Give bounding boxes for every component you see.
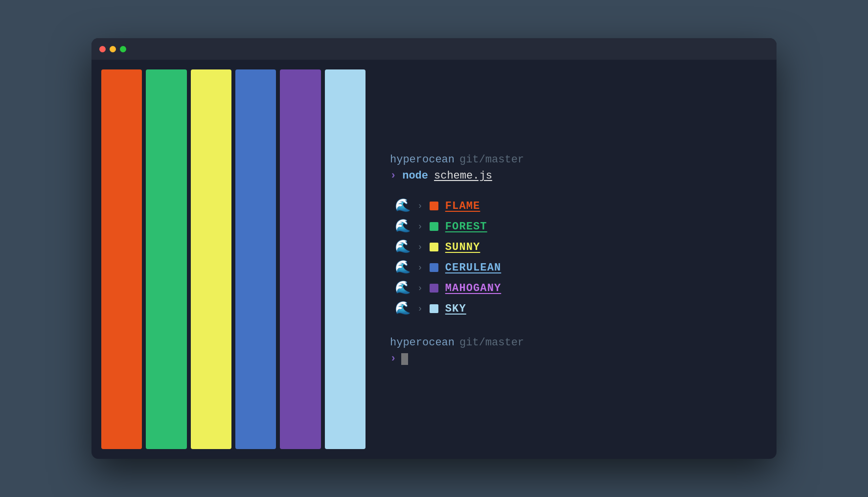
item-chevron: › (417, 263, 423, 272)
minimize-button[interactable] (110, 46, 116, 52)
prompt-branch-2: git/master (459, 337, 524, 349)
main-content: hyperocean git/master › node scheme.js 🌊… (91, 60, 777, 459)
terminal-window: hyperocean git/master › node scheme.js 🌊… (91, 38, 777, 459)
mahogany-strip (280, 69, 320, 449)
prompt-branch-1: git/master (459, 154, 524, 166)
sunny-strip (191, 69, 231, 449)
wave-icon: 🌊 (395, 220, 411, 233)
item-chevron: › (417, 242, 423, 252)
color-strips-panel (91, 60, 365, 459)
cerulean-strip (235, 69, 276, 449)
wave-icon: 🌊 (395, 282, 411, 294)
item-chevron: › (417, 283, 423, 293)
cmd-file: scheme.js (434, 170, 492, 182)
cmd-node: node (402, 170, 428, 182)
color-swatch (430, 304, 438, 313)
color-list-item: 🌊 › MAHOGANY (395, 282, 752, 294)
traffic-lights (99, 46, 126, 52)
color-name-label: FOREST (445, 221, 487, 233)
color-swatch (430, 263, 438, 272)
wave-icon: 🌊 (395, 241, 411, 253)
terminal-pane[interactable]: hyperocean git/master › node scheme.js 🌊… (365, 60, 777, 459)
prompt-host-1: hyperocean (390, 154, 455, 166)
wave-icon: 🌊 (395, 302, 411, 315)
chevron-prompt-2: › (390, 353, 396, 365)
flame-strip (101, 69, 142, 449)
sky-strip (325, 69, 365, 449)
wave-icon: 🌊 (395, 200, 411, 212)
color-swatch (430, 284, 438, 293)
maximize-button[interactable] (120, 46, 126, 52)
prompt-host-2: hyperocean (390, 337, 455, 349)
color-swatch (430, 243, 438, 251)
item-chevron: › (417, 304, 423, 314)
command-line: › node scheme.js (390, 170, 752, 182)
color-swatch (430, 202, 438, 210)
prompt-line-2: hyperocean git/master (390, 337, 752, 349)
wave-icon: 🌊 (395, 261, 411, 274)
item-chevron: › (417, 201, 423, 211)
color-name-label: FLAME (445, 200, 480, 212)
cursor-line: › (390, 353, 752, 365)
color-name-label: MAHOGANY (445, 282, 501, 294)
prompt-line-1: hyperocean git/master (390, 154, 752, 166)
color-list: 🌊 › FLAME 🌊 › FOREST 🌊 › SUNNY 🌊 › CERUL… (395, 200, 752, 315)
prompt-section-2: hyperocean git/master › (390, 337, 752, 365)
color-list-item: 🌊 › CERULEAN (395, 261, 752, 274)
color-swatch (430, 222, 438, 231)
color-name-label: SKY (445, 303, 466, 315)
color-list-item: 🌊 › FOREST (395, 220, 752, 233)
forest-strip (146, 69, 186, 449)
titlebar (91, 38, 777, 60)
chevron-prompt-1: › (390, 170, 396, 182)
item-chevron: › (417, 222, 423, 231)
color-list-item: 🌊 › FLAME (395, 200, 752, 212)
color-name-label: CERULEAN (445, 262, 501, 274)
color-list-item: 🌊 › SKY (395, 302, 752, 315)
color-list-item: 🌊 › SUNNY (395, 241, 752, 253)
close-button[interactable] (99, 46, 106, 52)
cursor-block (401, 353, 408, 365)
color-name-label: SUNNY (445, 241, 480, 253)
